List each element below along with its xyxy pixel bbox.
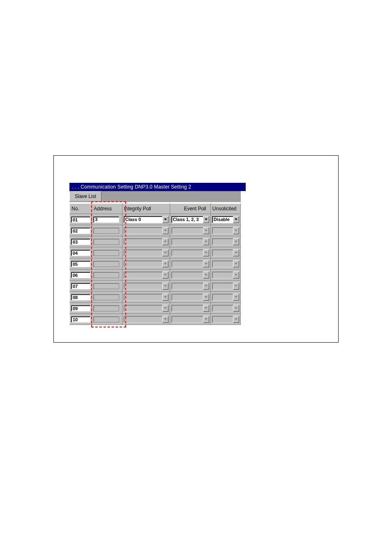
- integrity-poll-select: [124, 238, 168, 245]
- integrity-poll-select-value: [124, 294, 162, 301]
- event-poll-select: [171, 294, 209, 301]
- unsolicited-select-value: [212, 272, 233, 279]
- unsolicited-select: [212, 249, 239, 256]
- chevron-down-icon: [162, 294, 168, 301]
- integrity-poll-select-value: [124, 227, 162, 234]
- row-number: 05: [71, 261, 90, 267]
- event-poll-select[interactable]: Class 1, 2, 3: [171, 216, 209, 223]
- row-number: 06: [71, 272, 90, 278]
- unsolicited-select-value: Disable: [212, 216, 233, 223]
- table-row: 01Class 0Class 1, 2, 3Disable: [70, 214, 241, 225]
- event-poll-select-value: [171, 294, 203, 301]
- event-poll-select-value: [171, 227, 203, 234]
- chevron-down-icon: [203, 272, 209, 279]
- chevron-down-icon[interactable]: [162, 216, 168, 223]
- chevron-down-icon: [203, 249, 209, 256]
- event-poll-select: [171, 249, 209, 256]
- integrity-poll-select: [124, 316, 168, 323]
- window-title: . . . Communication Setting DNP3.0 Maste…: [69, 183, 246, 191]
- tab-strip: Slave List: [69, 191, 241, 202]
- integrity-poll-select-value: [124, 305, 162, 312]
- chevron-down-icon: [162, 227, 168, 234]
- chevron-down-icon: [203, 305, 209, 312]
- event-poll-select: [171, 260, 209, 267]
- unsolicited-select: [212, 272, 239, 279]
- chevron-down-icon: [233, 249, 239, 256]
- unsolicited-select-value: [212, 238, 233, 245]
- integrity-poll-select-value: [124, 249, 162, 256]
- chevron-down-icon: [162, 272, 168, 279]
- address-input[interactable]: [93, 216, 119, 223]
- chevron-down-icon: [203, 316, 209, 323]
- chevron-down-icon: [233, 283, 239, 290]
- unsolicited-select-value: [212, 305, 233, 312]
- row-number: 04: [71, 250, 90, 256]
- chevron-down-icon: [203, 260, 209, 267]
- integrity-poll-select-value: Class 0: [124, 216, 162, 223]
- event-poll-select: [171, 227, 209, 234]
- integrity-poll-select: [124, 227, 168, 234]
- chevron-down-icon: [162, 260, 168, 267]
- integrity-poll-select-value: [124, 283, 162, 290]
- address-input: [93, 294, 119, 300]
- event-poll-select-value: [171, 238, 203, 245]
- row-number: 02: [71, 228, 90, 234]
- integrity-poll-select: [124, 305, 168, 312]
- integrity-poll-select-value: [124, 316, 162, 323]
- address-input: [93, 305, 119, 311]
- integrity-poll-select-value: [124, 260, 162, 267]
- slave-list-table: No. Address Integrity Poll Event Poll Un…: [69, 203, 241, 325]
- event-poll-select: [171, 238, 209, 245]
- table-row: 03: [70, 236, 241, 247]
- event-poll-select: [171, 283, 209, 290]
- tab-slave-list[interactable]: Slave List: [69, 191, 101, 201]
- event-poll-select-value: [171, 249, 203, 256]
- chevron-down-icon: [233, 305, 239, 312]
- unsolicited-select[interactable]: Disable: [212, 216, 239, 223]
- chevron-down-icon: [203, 227, 209, 234]
- table-header-row: No. Address Integrity Poll Event Poll Un…: [70, 204, 241, 214]
- chevron-down-icon: [203, 283, 209, 290]
- integrity-poll-select[interactable]: Class 0: [124, 216, 168, 223]
- header-address: Address: [92, 204, 122, 214]
- unsolicited-select: [212, 227, 239, 234]
- event-poll-select: [171, 272, 209, 279]
- chevron-down-icon[interactable]: [203, 216, 209, 223]
- chevron-down-icon: [203, 238, 209, 245]
- row-number: 01: [71, 216, 90, 223]
- address-input: [93, 239, 119, 245]
- table-row: 05: [70, 258, 241, 269]
- header-no: No.: [70, 204, 92, 214]
- unsolicited-select: [212, 238, 239, 245]
- chevron-down-icon: [162, 249, 168, 256]
- chevron-down-icon[interactable]: [233, 216, 239, 223]
- table-row: 10: [70, 314, 241, 325]
- chevron-down-icon: [233, 260, 239, 267]
- row-number: 08: [71, 294, 90, 300]
- unsolicited-select-value: [212, 227, 233, 234]
- event-poll-select-value: [171, 272, 203, 279]
- address-input: [93, 228, 119, 234]
- row-number: 09: [71, 305, 90, 311]
- integrity-poll-select: [124, 283, 168, 290]
- chevron-down-icon: [233, 238, 239, 245]
- address-input: [93, 261, 119, 267]
- unsolicited-select-value: [212, 294, 233, 301]
- header-event: Event Poll: [170, 204, 210, 214]
- integrity-poll-select: [124, 272, 168, 279]
- event-poll-select-value: [171, 305, 203, 312]
- header-integrity: Integrity Poll: [122, 204, 170, 214]
- chevron-down-icon: [233, 272, 239, 279]
- unsolicited-select: [212, 305, 239, 312]
- integrity-poll-select-value: [124, 238, 162, 245]
- unsolicited-select-value: [212, 249, 233, 256]
- chevron-down-icon: [162, 305, 168, 312]
- chevron-down-icon: [162, 283, 168, 290]
- chevron-down-icon: [233, 227, 239, 234]
- row-number: 10: [71, 316, 90, 322]
- unsolicited-select-value: [212, 260, 233, 267]
- header-unsolicited: Unsolicited: [210, 204, 240, 214]
- unsolicited-select: [212, 283, 239, 290]
- row-number: 03: [71, 239, 90, 245]
- integrity-poll-select: [124, 294, 168, 301]
